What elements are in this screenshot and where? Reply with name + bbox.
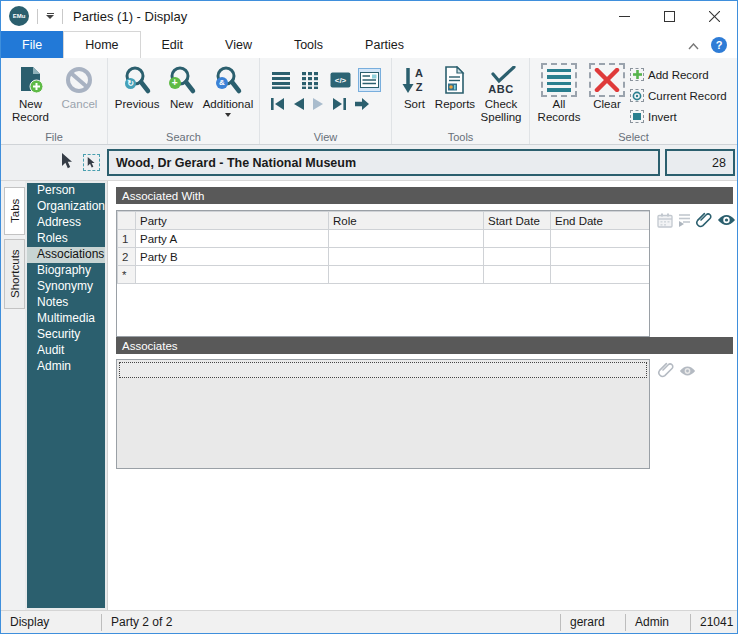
tab-home[interactable]: Home [63, 31, 140, 58]
attach-icon-disabled[interactable] [657, 361, 675, 383]
tab-view[interactable]: View [204, 31, 273, 58]
main-panel: Associated With Party Role Start Date En… [107, 181, 737, 610]
cell-role[interactable] [329, 248, 484, 266]
cell-role[interactable] [329, 266, 484, 284]
column-header-end-date[interactable]: End Date [551, 212, 651, 230]
sort-icon: A Z [402, 62, 426, 98]
first-record-icon[interactable] [270, 97, 285, 115]
sidebar-item-person[interactable]: Person [27, 183, 105, 199]
ribbon: New Record Cancel File [1, 58, 737, 145]
table-new-row[interactable]: * [118, 266, 651, 284]
sidebar-item-roles[interactable]: Roles [27, 231, 105, 247]
previous-search-button[interactable]: ↻ Previous [112, 61, 162, 129]
ribbon-group-search: ↻ Previous + New [107, 58, 259, 144]
tab-file[interactable]: File [1, 31, 63, 58]
new-record-button[interactable]: New Record [5, 61, 56, 129]
additional-search-label: Additional [203, 98, 254, 111]
range-select-icon[interactable] [83, 154, 100, 171]
cancel-button[interactable]: Cancel [56, 61, 103, 129]
reports-label: Reports [435, 98, 475, 111]
app-window: EMu Parties (1) - Display File Home Edit… [0, 0, 738, 634]
help-icon[interactable]: ? [711, 37, 727, 53]
tab-edit[interactable]: Edit [141, 31, 205, 58]
collapse-ribbon-icon[interactable] [688, 36, 699, 54]
insert-icon[interactable] [677, 213, 691, 232]
calendar-icon[interactable] [657, 213, 673, 232]
new-search-button[interactable]: + New [162, 61, 201, 129]
row-number-header [118, 212, 136, 230]
column-header-start-date[interactable]: Start Date [484, 212, 551, 230]
sidebar-item-associations[interactable]: Associations [27, 247, 105, 263]
tab-parties[interactable]: Parties [344, 31, 425, 58]
sidebar-item-synonymy[interactable]: Synonymy [27, 279, 105, 295]
cell-start-date[interactable] [484, 248, 551, 266]
all-records-button[interactable]: All Records [534, 61, 584, 129]
cell-start-date[interactable] [484, 230, 551, 248]
sidebar-item-admin[interactable]: Admin [27, 359, 105, 375]
current-record-button[interactable]: Current Record [630, 86, 727, 105]
xml-view-icon: </> [330, 72, 351, 88]
app-logo-icon[interactable]: EMu [9, 6, 29, 26]
previous-record-icon[interactable] [292, 97, 305, 115]
check-spelling-button[interactable]: ABC Check Spelling [477, 61, 525, 129]
associates-field[interactable] [119, 362, 647, 378]
select-cursor-icon[interactable] [61, 153, 74, 173]
titlebar-separator [37, 9, 38, 24]
record-summary: Wood, Dr Gerard - The National Museum [107, 149, 660, 176]
reports-button[interactable]: Reports [433, 61, 477, 129]
sidebar-item-biography[interactable]: Biography [27, 263, 105, 279]
status-group: Admin [626, 611, 690, 633]
column-header-party[interactable]: Party [136, 212, 329, 230]
sidebar-item-notes[interactable]: Notes [27, 295, 105, 311]
title-bar: EMu Parties (1) - Display [1, 1, 737, 31]
record-summary-row: Wood, Dr Gerard - The National Museum 28 [1, 145, 737, 180]
cell-party[interactable] [136, 266, 329, 284]
details-view-button[interactable] [358, 68, 381, 92]
table-row[interactable]: 2 Party B [118, 248, 651, 266]
sidebar-item-address[interactable]: Address [27, 215, 105, 231]
sidebar-item-security[interactable]: Security [27, 327, 105, 343]
clear-selection-label: Clear [593, 98, 620, 111]
rail-tab-shortcuts[interactable]: Shortcuts [4, 239, 25, 309]
add-record-button[interactable]: Add Record [630, 65, 727, 84]
quick-access-dropdown-icon[interactable] [46, 13, 54, 19]
cell-end-date[interactable] [551, 248, 651, 266]
ribbon-group-view: </> [259, 58, 391, 144]
cell-party[interactable]: Party B [136, 248, 329, 266]
cancel-label: Cancel [62, 98, 98, 111]
sidebar-item-multimedia[interactable]: Multimedia [27, 311, 105, 327]
status-bar: Display Party 2 of 2 gerard Admin 21041 [1, 610, 737, 633]
additional-search-button[interactable]: & Additional [201, 61, 255, 129]
group-label-search: Search [108, 131, 259, 143]
goto-record-icon[interactable] [354, 97, 370, 115]
tab-tools[interactable]: Tools [273, 31, 344, 58]
xml-view-button[interactable]: </> [329, 68, 351, 92]
table-header-row: Party Role Start Date End Date [118, 212, 651, 230]
last-record-icon[interactable] [332, 97, 347, 115]
menu-tab-row: File Home Edit View Tools Parties ? [1, 31, 737, 58]
invert-selection-button[interactable]: Invert [630, 107, 727, 126]
rail-tab-tabs[interactable]: Tabs [4, 187, 25, 235]
close-button[interactable] [692, 1, 737, 31]
cell-role[interactable] [329, 230, 484, 248]
cell-end-date[interactable] [551, 266, 651, 284]
list-view-button[interactable] [270, 68, 292, 92]
next-record-icon[interactable] [312, 97, 325, 115]
view-attachment-eye-icon-disabled[interactable] [679, 363, 696, 381]
sidebar-item-organization[interactable]: Organization [27, 199, 105, 215]
sort-button[interactable]: A Z Sort [396, 61, 433, 129]
table-row[interactable]: 1 Party A [118, 230, 651, 248]
group-label-tools: Tools [392, 131, 529, 143]
clear-selection-button[interactable]: Clear [584, 61, 630, 129]
minimize-button[interactable] [602, 1, 647, 31]
grid-view-button[interactable] [299, 68, 321, 92]
maximize-button[interactable] [647, 1, 692, 31]
view-attachment-eye-icon[interactable] [717, 213, 736, 231]
attach-icon[interactable] [695, 211, 713, 233]
new-search-label: New [170, 98, 193, 111]
column-header-role[interactable]: Role [329, 212, 484, 230]
cell-start-date[interactable] [484, 266, 551, 284]
cell-end-date[interactable] [551, 230, 651, 248]
sidebar-item-audit[interactable]: Audit [27, 343, 105, 359]
cell-party[interactable]: Party A [136, 230, 329, 248]
